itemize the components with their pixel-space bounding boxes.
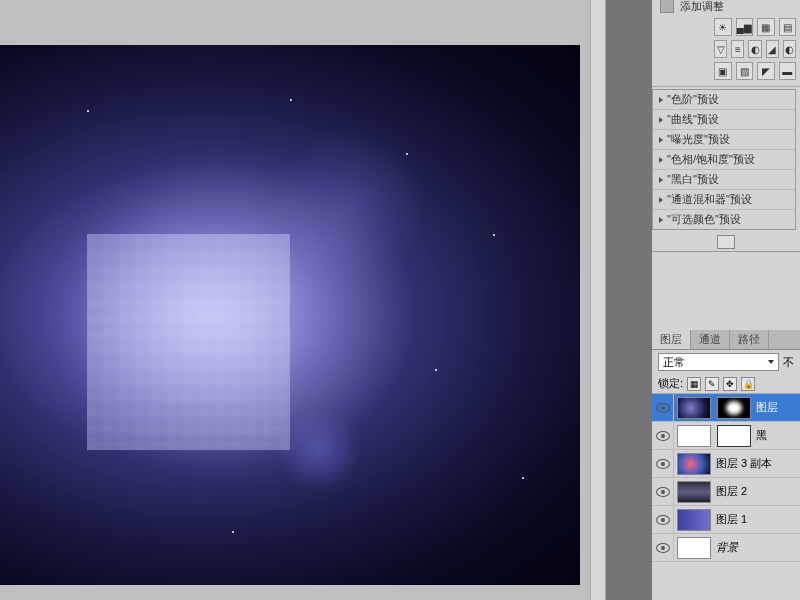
eye-icon xyxy=(656,459,670,469)
expand-arrow-icon xyxy=(659,177,663,183)
expand-arrow-icon xyxy=(659,217,663,223)
visibility-toggle[interactable] xyxy=(652,422,674,450)
preset-channel-mixer[interactable]: "通道混和器"预设 xyxy=(653,190,795,210)
canvas-area xyxy=(0,0,590,600)
layer-row[interactable]: 图层 3 副本 xyxy=(652,450,800,478)
expand-arrow-icon xyxy=(659,117,663,123)
expand-arrow-icon xyxy=(659,157,663,163)
visibility-toggle[interactable] xyxy=(652,394,674,422)
star-icon xyxy=(87,110,89,112)
eye-icon xyxy=(656,431,670,441)
blend-mode-value: 正常 xyxy=(663,355,685,370)
star-icon xyxy=(406,153,408,155)
layer-thumbnail[interactable] xyxy=(677,481,711,503)
layer-name: 背景 xyxy=(714,540,738,555)
lock-all-button[interactable]: 🔒 xyxy=(741,377,755,391)
star-icon xyxy=(493,234,495,236)
preset-selective-color[interactable]: "可选颜色"预设 xyxy=(653,210,795,229)
exposure-button[interactable]: ▤ xyxy=(779,18,797,36)
layer-row-selected[interactable]: 图层 xyxy=(652,394,800,422)
visibility-toggle[interactable] xyxy=(652,450,674,478)
hue-sat-button[interactable]: ≡ xyxy=(731,40,744,58)
posterize-button[interactable]: ▨ xyxy=(736,62,754,80)
preset-label: "可选颜色"预设 xyxy=(667,212,741,227)
adjustments-header: 添加调整 xyxy=(652,0,800,12)
adjustment-buttons-grid: ☀ ▄▆ ▦ ▤ ▽ ≡ ◐ ◢ ◐ ▣ ▨ ◤ ▬ xyxy=(652,12,800,87)
tab-layers[interactable]: 图层 xyxy=(652,330,691,349)
visibility-toggle[interactable] xyxy=(652,506,674,534)
layer-thumbnail[interactable] xyxy=(677,425,711,447)
expand-arrow-icon xyxy=(659,197,663,203)
layer-name: 黑 xyxy=(754,428,767,443)
lock-transparency-button[interactable]: ▦ xyxy=(687,377,701,391)
blend-mode-select[interactable]: 正常 xyxy=(658,353,779,371)
preset-exposure[interactable]: "曝光度"预设 xyxy=(653,130,795,150)
lock-image-button[interactable]: ✎ xyxy=(705,377,719,391)
lock-row: 锁定: ▦ ✎ ✥ 🔒 xyxy=(652,374,800,394)
layer-name: 图层 3 副本 xyxy=(714,456,772,471)
right-panels: 添加调整 ☀ ▄▆ ▦ ▤ ▽ ≡ ◐ ◢ ◐ ▣ ▨ ◤ ▬ "色阶"预设 "… xyxy=(652,0,800,600)
eye-icon xyxy=(656,403,670,413)
pixelated-region xyxy=(87,234,290,450)
star-icon xyxy=(232,531,234,533)
visibility-toggle[interactable] xyxy=(652,534,674,562)
layer-name: 图层 xyxy=(754,400,778,415)
star-icon xyxy=(522,477,524,479)
black-white-button[interactable]: ◢ xyxy=(766,40,779,58)
threshold-button[interactable]: ◤ xyxy=(757,62,775,80)
curves-button[interactable]: ▦ xyxy=(757,18,775,36)
opacity-label: 不 xyxy=(783,355,794,370)
lock-position-button[interactable]: ✥ xyxy=(723,377,737,391)
preset-label: "色阶"预设 xyxy=(667,92,719,107)
vertical-scrollbar[interactable] xyxy=(590,0,606,600)
layer-row[interactable]: 黑 xyxy=(652,422,800,450)
eye-icon xyxy=(656,515,670,525)
expand-arrow-icon xyxy=(659,97,663,103)
invert-button[interactable]: ▣ xyxy=(714,62,732,80)
presets-list: "色阶"预设 "曲线"预设 "曝光度"预设 "色相/饱和度"预设 "黑白"预设 … xyxy=(652,89,796,230)
layer-row[interactable]: 图层 2 xyxy=(652,478,800,506)
preset-label: "曝光度"预设 xyxy=(667,132,730,147)
panel-icon xyxy=(660,0,674,13)
layer-list: 图层 黑 图层 3 副本 图层 2 图层 1 xyxy=(652,394,800,600)
lock-label: 锁定: xyxy=(658,376,683,391)
gradient-map-button[interactable]: ▬ xyxy=(779,62,797,80)
blend-mode-row: 正常 不 xyxy=(652,350,800,374)
eye-icon xyxy=(656,487,670,497)
layer-mask-thumbnail[interactable] xyxy=(717,397,751,419)
preset-label: "黑白"预设 xyxy=(667,172,719,187)
panel-divider xyxy=(606,0,652,600)
layer-thumbnail[interactable] xyxy=(677,537,711,559)
preset-black-white[interactable]: "黑白"预设 xyxy=(653,170,795,190)
preset-levels[interactable]: "色阶"预设 xyxy=(653,90,795,110)
star-icon xyxy=(435,369,437,371)
vibrance-button[interactable]: ▽ xyxy=(714,40,727,58)
tab-paths[interactable]: 路径 xyxy=(730,330,769,349)
layer-name: 图层 2 xyxy=(714,484,747,499)
toggle-view-button[interactable] xyxy=(717,235,735,249)
star-icon xyxy=(290,99,292,101)
layer-name: 图层 1 xyxy=(714,512,747,527)
layers-panel: 图层 通道 路径 正常 不 锁定: ▦ ✎ ✥ 🔒 图层 xyxy=(652,330,800,600)
layer-row[interactable]: 图层 1 xyxy=(652,506,800,534)
preset-label: "通道混和器"预设 xyxy=(667,192,752,207)
preset-label: "曲线"预设 xyxy=(667,112,719,127)
dropdown-arrow-icon xyxy=(768,360,774,364)
layer-row-background[interactable]: 背景 xyxy=(652,534,800,562)
layer-thumbnail[interactable] xyxy=(677,453,711,475)
layer-mask-thumbnail[interactable] xyxy=(717,425,751,447)
layer-thumbnail[interactable] xyxy=(677,509,711,531)
tab-channels[interactable]: 通道 xyxy=(691,330,730,349)
layer-thumbnail[interactable] xyxy=(677,397,711,419)
preset-label: "色相/饱和度"预设 xyxy=(667,152,755,167)
presets-footer xyxy=(652,232,800,252)
color-balance-button[interactable]: ◐ xyxy=(748,40,761,58)
visibility-toggle[interactable] xyxy=(652,478,674,506)
photo-filter-button[interactable]: ◐ xyxy=(783,40,796,58)
levels-button[interactable]: ▄▆ xyxy=(736,18,754,36)
preset-curves[interactable]: "曲线"预设 xyxy=(653,110,795,130)
preset-hue-sat[interactable]: "色相/饱和度"预设 xyxy=(653,150,795,170)
adjustments-title: 添加调整 xyxy=(680,0,724,14)
brightness-contrast-button[interactable]: ☀ xyxy=(714,18,732,36)
document-canvas[interactable] xyxy=(0,45,580,585)
